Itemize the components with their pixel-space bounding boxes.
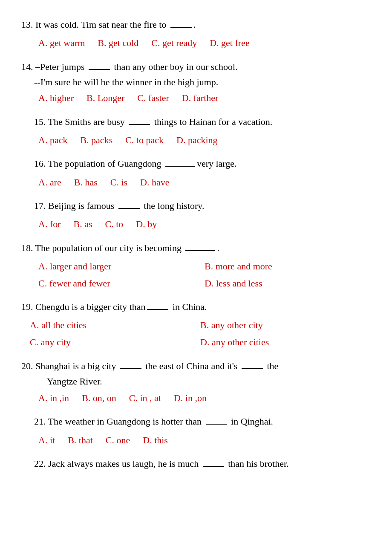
q17-options: A. for B. as C. to D. by bbox=[21, 216, 371, 233]
q20-text: 20. Shanghai is a big city the east of C… bbox=[21, 358, 371, 373]
q20-options: A. in ,in B. on, on C. in , at D. in ,on bbox=[21, 390, 371, 407]
q20-text-line2: Yangtze River. bbox=[21, 376, 371, 387]
q20-option-c[interactable]: C. in , at bbox=[129, 390, 161, 407]
q20-option-d[interactable]: D. in ,on bbox=[174, 390, 207, 407]
q17-option-d[interactable]: D. by bbox=[136, 216, 157, 233]
q18-option-c[interactable]: C. fewer and fewer bbox=[38, 275, 205, 292]
q13-option-d[interactable]: D. get free bbox=[210, 35, 249, 52]
q21-text: 21. The weather in Guangdong is hotter t… bbox=[21, 414, 371, 429]
q16-text: 16. The population of Guangdong very lar… bbox=[21, 156, 371, 171]
q15-option-b[interactable]: B. packs bbox=[80, 132, 112, 149]
quiz-container: 13. It was cold. Tim sat near the fire t… bbox=[21, 17, 371, 471]
q15-option-a[interactable]: A. pack bbox=[38, 132, 67, 149]
question-14: 14. –Peter jumps than any other boy in o… bbox=[21, 59, 371, 107]
q13-number: 13. It was cold. Tim sat near the fire t… bbox=[21, 19, 196, 30]
q14-option-a[interactable]: A. higher bbox=[38, 90, 74, 107]
q15-option-d[interactable]: D. packing bbox=[176, 132, 218, 149]
question-20: 20. Shanghai is a big city the east of C… bbox=[21, 358, 371, 407]
q17-option-a[interactable]: A. for bbox=[38, 216, 61, 233]
question-16: 16. The population of Guangdong very lar… bbox=[21, 156, 371, 191]
q15-options: A. pack B. packs C. to pack D. packing bbox=[21, 132, 371, 149]
q13-option-c[interactable]: C. get ready bbox=[151, 35, 197, 52]
q21-option-a[interactable]: A. it bbox=[38, 432, 55, 449]
q14-option-b[interactable]: B. Longer bbox=[86, 90, 124, 107]
q18-option-d[interactable]: D. less and less bbox=[205, 275, 371, 292]
q19-option-c[interactable]: C. any city bbox=[30, 334, 200, 351]
q14-text: 14. –Peter jumps than any other boy in o… bbox=[21, 59, 371, 74]
q14-options: A. higher B. Longer C. faster D. farther bbox=[21, 90, 371, 107]
q19-option-b[interactable]: B. any other city bbox=[200, 317, 371, 334]
question-22: 22. Jack always makes us laugh, he is mu… bbox=[21, 456, 371, 471]
question-21: 21. The weather in Guangdong is hotter t… bbox=[21, 414, 371, 448]
q15-text: 15. The Smiths are busy things to Hainan… bbox=[21, 114, 371, 129]
q21-option-c[interactable]: C. one bbox=[106, 432, 130, 449]
q21-option-b[interactable]: B. that bbox=[68, 432, 93, 449]
q17-option-b[interactable]: B. as bbox=[74, 216, 92, 233]
q16-option-b[interactable]: B. has bbox=[74, 174, 98, 191]
q16-option-d[interactable]: D. have bbox=[140, 174, 169, 191]
q16-option-c[interactable]: C. is bbox=[110, 174, 127, 191]
q19-option-d[interactable]: D. any other cities bbox=[200, 334, 371, 351]
q19-text: 19. Chengdu is a bigger city than in Chi… bbox=[21, 299, 371, 314]
q13-option-b[interactable]: B. get cold bbox=[98, 35, 138, 52]
q13-options: A. get warm B. get cold C. get ready D. … bbox=[21, 35, 371, 52]
question-13: 13. It was cold. Tim sat near the fire t… bbox=[21, 17, 371, 52]
question-15: 15. The Smiths are busy things to Hainan… bbox=[21, 114, 371, 149]
question-19: 19. Chengdu is a bigger city than in Chi… bbox=[21, 299, 371, 350]
q14-subline: --I'm sure he will be the winner in the … bbox=[21, 77, 371, 88]
q19-options: A. all the cities B. any other city C. a… bbox=[21, 317, 371, 350]
q21-option-d[interactable]: D. this bbox=[143, 432, 168, 449]
q18-text: 18. The population of our city is becomi… bbox=[21, 240, 371, 255]
q20-option-a[interactable]: A. in ,in bbox=[38, 390, 69, 407]
q14-option-d[interactable]: D. farther bbox=[182, 90, 219, 107]
q13-text: 13. It was cold. Tim sat near the fire t… bbox=[21, 17, 371, 32]
q17-option-c[interactable]: C. to bbox=[105, 216, 124, 233]
q18-options: A. larger and larger B. more and more C.… bbox=[21, 258, 371, 292]
q16-option-a[interactable]: A. are bbox=[38, 174, 61, 191]
q15-option-c[interactable]: C. to pack bbox=[125, 132, 164, 149]
q20-option-b[interactable]: B. on, on bbox=[82, 390, 116, 407]
question-18: 18. The population of our city is becomi… bbox=[21, 240, 371, 292]
q22-text: 22. Jack always makes us laugh, he is mu… bbox=[21, 456, 371, 471]
q16-options: A. are B. has C. is D. have bbox=[21, 174, 371, 191]
q18-option-b[interactable]: B. more and more bbox=[205, 258, 371, 275]
q19-option-a[interactable]: A. all the cities bbox=[30, 317, 200, 334]
q14-option-c[interactable]: C. faster bbox=[137, 90, 169, 107]
q18-option-a[interactable]: A. larger and larger bbox=[38, 258, 205, 275]
q21-options: A. it B. that C. one D. this bbox=[21, 432, 371, 449]
q17-text: 17. Beijing is famous the long history. bbox=[21, 198, 371, 213]
question-17: 17. Beijing is famous the long history. … bbox=[21, 198, 371, 233]
q13-option-a[interactable]: A. get warm bbox=[38, 35, 85, 52]
